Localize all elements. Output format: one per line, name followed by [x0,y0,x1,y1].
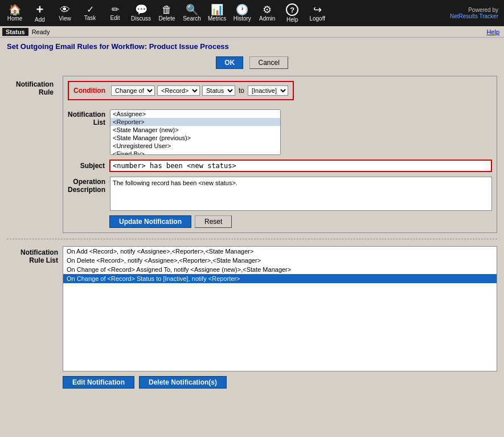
condition-change-select[interactable]: Change of [111,85,155,96]
condition-inactive-select[interactable]: [Inactive] [248,85,288,96]
nav-task[interactable]: ✓ Task [77,4,103,22]
notification-rule-list-section: Notification Rule List On Add <Record>, … [7,246,497,371]
delete-notification-button[interactable]: Delete Notification(s) [139,376,227,389]
admin-icon: ⚙ [263,5,272,15]
list-item-reporter[interactable]: <Reporter> [110,118,280,126]
rule-list-item-3[interactable]: On Change of <Record> Assigned To, notif… [63,265,497,274]
reset-button[interactable]: Reset [195,215,232,228]
operation-description-textarea[interactable] [110,177,492,211]
nav-view[interactable]: 👁 View [52,3,77,23]
nav-admin[interactable]: ⚙ Admin [255,3,280,23]
delete-icon: 🗑 [162,5,172,15]
home-icon: 🏠 [9,5,21,15]
notification-rule-box: Condition Change of <Record> Status to [… [63,76,497,233]
discuss-icon: 💬 [135,5,147,15]
notification-list-select[interactable]: <Assignee> <Reporter> <State Manager (ne… [110,109,281,155]
edit-icon: ✏ [112,5,119,14]
subject-input[interactable] [109,160,492,172]
condition-label: Condition [73,87,105,95]
section-divider [7,239,497,239]
list-item-state-manager-new[interactable]: <State Manager (new)> [110,126,280,134]
condition-row: Condition Change of <Record> Status to [… [68,81,492,105]
list-item-fixed-by[interactable]: <Fixed By> [110,150,280,155]
rule-list-item-4[interactable]: On Change of <Record> Status to [Inactiv… [63,274,497,283]
rule-list-item-1[interactable]: On Add <Record>, notify <Assignee>,<Repo… [63,247,497,256]
rule-list-item-2[interactable]: On Delete <Record>, notify <Assignee>,<R… [63,256,497,265]
list-item-assignee[interactable]: <Assignee> [110,110,280,118]
notification-list-label: Notification List [68,109,105,126]
update-button-row: Update Notification Reset [109,215,492,228]
notification-rule-list[interactable]: On Add <Record>, notify <Assignee>,<Repo… [63,246,497,371]
nav-metrics[interactable]: 📊 Metrics [204,3,230,23]
notification-rule-label: Notification Rule [16,80,54,96]
condition-box: Condition Change of <Record> Status to [… [68,81,294,100]
list-item-state-manager-prev[interactable]: <State Manager (previous)> [110,134,280,142]
operation-description-label: Operation Description [68,177,105,194]
list-item-unregistered[interactable]: <Unregistered User> [110,142,280,150]
main-content: Set Outgoing Email Rules for Workflow: P… [0,38,504,393]
nav-help[interactable]: ? Help [280,2,305,24]
add-icon: + [36,3,44,16]
condition-status-select[interactable]: Status [202,85,235,96]
condition-to-label: to [239,87,244,95]
view-icon: 👁 [60,5,70,15]
powered-by-text: Powered by NetResults Tracker [450,7,502,19]
task-icon: ✓ [87,5,94,14]
cancel-button[interactable]: Cancel [249,56,288,69]
notification-list-row: Notification List <Assignee> <Reporter> … [68,109,492,155]
status-text: Ready [32,28,50,35]
page-title: Set Outgoing Email Rules for Workflow: P… [7,42,497,51]
nav-delete[interactable]: 🗑 Delete [154,3,179,23]
nav-history[interactable]: 🕐 History [230,3,255,23]
subject-label: Subject [68,162,105,170]
ok-button[interactable]: OK [216,56,243,69]
top-button-row: OK Cancel [7,56,497,69]
brand-link[interactable]: NetResults Tracker [450,13,498,19]
notification-rule-list-wrapper: On Add <Record>, notify <Assignee>,<Repo… [63,246,497,371]
help-link[interactable]: Help [486,28,502,35]
update-notification-button[interactable]: Update Notification [109,215,191,228]
edit-notification-button[interactable]: Edit Notification [63,376,134,389]
status-bar: Status Ready Help [0,26,504,38]
nav-discuss[interactable]: 💬 Discuss [128,3,154,23]
status-badge: Status [2,28,28,36]
nav-add[interactable]: + Add [27,2,52,24]
search-icon: 🔍 [186,5,198,15]
notification-rule-list-label: Notification Rule List [7,248,58,264]
help-icon: ? [286,3,298,16]
nav-logoff[interactable]: ↪ Logoff [305,3,330,23]
subject-row: Subject [68,160,492,172]
nav-home[interactable]: 🏠 Home [2,3,27,23]
history-icon: 🕐 [236,5,248,15]
metrics-icon: 📊 [211,5,223,15]
condition-record-select[interactable]: <Record> [157,85,200,96]
logoff-icon: ↪ [313,5,322,15]
operation-description-row: Operation Description [68,177,492,211]
bottom-button-row: Edit Notification Delete Notification(s) [63,376,497,389]
nav-edit[interactable]: ✏ Edit [103,4,128,22]
nav-search[interactable]: 🔍 Search [179,3,204,23]
top-navigation: 🏠 Home + Add 👁 View ✓ Task ✏ Edit 💬 Disc… [0,0,504,26]
